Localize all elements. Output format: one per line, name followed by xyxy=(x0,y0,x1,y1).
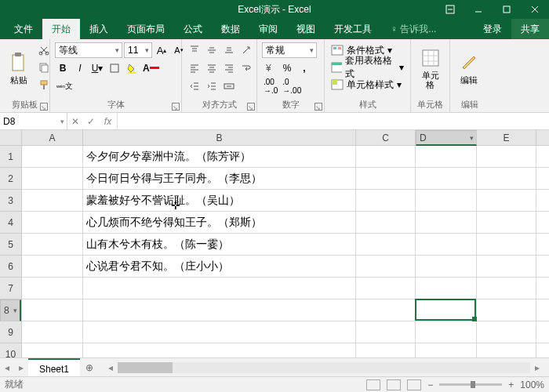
tab-view[interactable]: 视图 xyxy=(287,19,325,39)
cell-D8[interactable] xyxy=(416,299,477,321)
tab-file[interactable]: 文件 xyxy=(5,19,42,39)
cell-styles-button[interactable]: 单元格样式▾ xyxy=(329,77,405,93)
minimize-icon[interactable] xyxy=(464,0,493,19)
row-header-4[interactable]: 4 xyxy=(0,212,21,234)
ribbon-options-icon[interactable] xyxy=(436,0,464,19)
italic-button[interactable]: I xyxy=(72,60,88,76)
number-launcher[interactable] xyxy=(314,103,322,111)
cell-D1[interactable] xyxy=(416,146,477,167)
cell-C10[interactable] xyxy=(356,343,416,358)
cell-A8[interactable] xyxy=(22,299,83,321)
bold-button[interactable]: B xyxy=(55,60,71,76)
zoom-out-icon[interactable]: − xyxy=(427,379,433,390)
cells-area[interactable]: 今夕何夕兮搴洲中流。（陈芳评）今日何日兮得与王子同舟。（李思）蒙羞被好兮不訾诟耻… xyxy=(22,146,549,358)
align-center-icon[interactable] xyxy=(204,60,220,76)
tab-share[interactable]: 共享 xyxy=(511,19,549,39)
decrease-indent-icon[interactable] xyxy=(187,78,202,94)
cell-B1[interactable]: 今夕何夕兮搴洲中流。（陈芳评） xyxy=(83,146,356,167)
cell-E5[interactable] xyxy=(477,234,536,255)
close-icon[interactable] xyxy=(521,0,549,19)
cell-D2[interactable] xyxy=(416,168,477,189)
cell-E6[interactable] xyxy=(477,256,536,277)
border-button[interactable] xyxy=(107,60,122,76)
cell-B8[interactable] xyxy=(83,299,356,321)
enter-formula-icon[interactable]: ✓ xyxy=(83,113,99,129)
cell-E1[interactable] xyxy=(477,146,536,167)
cell-C7[interactable] xyxy=(356,278,416,299)
row-header-3[interactable]: 3 xyxy=(0,190,21,212)
cell-C5[interactable] xyxy=(356,234,416,255)
tab-data[interactable]: 数据 xyxy=(212,19,249,39)
tab-home[interactable]: 开始 xyxy=(42,19,80,39)
increase-font-icon[interactable]: A▴ xyxy=(154,42,169,58)
decrease-decimal-icon[interactable]: .0→.00 xyxy=(281,78,303,94)
increase-indent-icon[interactable] xyxy=(204,78,220,94)
horizontal-scrollbar[interactable]: ◂▸ xyxy=(104,362,544,373)
orientation-icon[interactable] xyxy=(238,42,254,58)
cell-D5[interactable] xyxy=(416,234,477,255)
tab-layout[interactable]: 页面布局 xyxy=(118,19,174,39)
cell-B5[interactable]: 山有木兮木有枝。（陈一霎） xyxy=(83,234,356,255)
row-header-7[interactable]: 7 xyxy=(0,278,21,299)
cell-E2[interactable] xyxy=(477,168,536,189)
sheet-nav-prev[interactable]: ◂ xyxy=(0,362,14,373)
cell-B2[interactable]: 今日何日兮得与王子同舟。（李思） xyxy=(83,168,356,189)
align-left-icon[interactable] xyxy=(187,60,202,76)
editing-button[interactable]: 编辑 xyxy=(455,42,483,94)
align-top-icon[interactable] xyxy=(187,42,202,58)
row-header-10[interactable]: 10 xyxy=(0,343,21,358)
view-normal-icon[interactable] xyxy=(366,379,380,390)
cell-C9[interactable] xyxy=(356,321,416,343)
zoom-in-icon[interactable]: + xyxy=(508,379,514,390)
cell-D7[interactable] xyxy=(416,278,477,299)
cell-A5[interactable] xyxy=(22,234,83,255)
align-launcher[interactable] xyxy=(247,103,255,111)
formula-bar[interactable] xyxy=(118,113,549,129)
align-right-icon[interactable] xyxy=(221,60,237,76)
cell-C8[interactable] xyxy=(356,299,416,321)
font-launcher[interactable] xyxy=(172,103,180,111)
select-all-corner[interactable] xyxy=(0,130,22,146)
cell-C1[interactable] xyxy=(356,146,416,167)
view-pagelayout-icon[interactable] xyxy=(387,379,401,390)
cell-C4[interactable] xyxy=(356,212,416,233)
cell-A9[interactable] xyxy=(22,321,83,343)
cell-D6[interactable] xyxy=(416,256,477,277)
cell-A7[interactable] xyxy=(22,278,83,299)
cell-D10[interactable] xyxy=(416,343,477,358)
cell-A3[interactable] xyxy=(22,190,83,211)
cell-C2[interactable] xyxy=(356,168,416,189)
merge-button[interactable] xyxy=(221,78,237,94)
cell-A6[interactable] xyxy=(22,256,83,277)
tab-review[interactable]: 审阅 xyxy=(249,19,287,39)
increase-decimal-icon[interactable]: .00→.0 xyxy=(262,78,279,94)
row-header-5[interactable]: 5 xyxy=(0,234,21,256)
cell-E9[interactable] xyxy=(477,321,536,343)
cell-D4[interactable] xyxy=(416,212,477,233)
new-sheet-button[interactable]: ⊕ xyxy=(80,362,99,373)
comma-format-icon[interactable]: , xyxy=(296,60,312,76)
tab-insert[interactable]: 插入 xyxy=(80,19,118,39)
accounting-format-icon[interactable]: ¥ xyxy=(262,60,278,76)
cell-E7[interactable] xyxy=(477,278,536,299)
row-header-1[interactable]: 1 xyxy=(0,146,21,168)
cell-E10[interactable] xyxy=(477,343,536,358)
fx-icon[interactable]: fx xyxy=(99,113,118,129)
font-color-button[interactable]: A xyxy=(141,60,161,76)
cell-B10[interactable] xyxy=(83,343,356,358)
phonetic-button[interactable]: wén文 xyxy=(55,78,75,94)
wrap-text-icon[interactable] xyxy=(238,60,254,76)
row-header-2[interactable]: 2 xyxy=(0,168,21,190)
col-header-A[interactable]: A xyxy=(22,130,83,145)
cell-A2[interactable] xyxy=(22,168,83,189)
col-header-C[interactable]: C xyxy=(356,130,416,145)
zoom-slider[interactable] xyxy=(439,383,502,386)
cell-A10[interactable] xyxy=(22,343,83,358)
clipboard-launcher[interactable] xyxy=(40,103,48,111)
cell-E3[interactable] xyxy=(477,190,536,211)
cell-A1[interactable] xyxy=(22,146,83,167)
row-header-8[interactable]: 8 xyxy=(0,299,21,321)
col-header-D[interactable]: D xyxy=(416,130,477,146)
tab-dev[interactable]: 开发工具 xyxy=(325,19,381,39)
view-pagebreak-icon[interactable] xyxy=(407,379,421,390)
